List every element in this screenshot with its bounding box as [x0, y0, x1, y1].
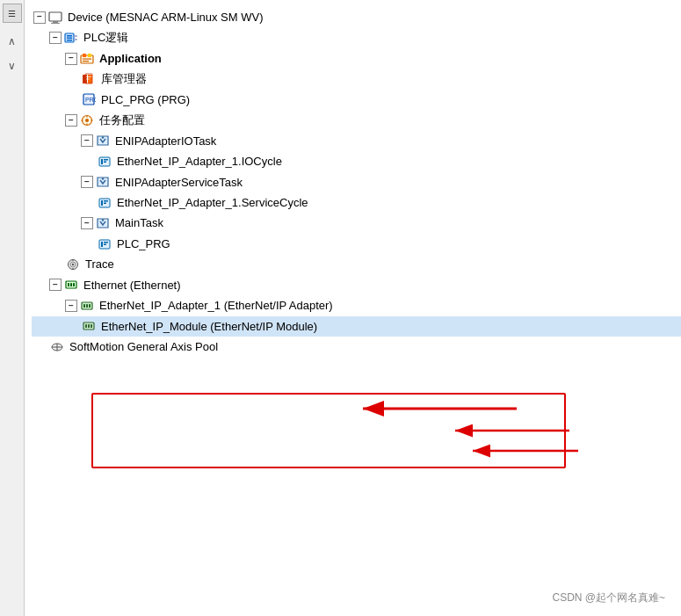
svg-point-22 — [85, 119, 89, 122]
svg-rect-57 — [89, 304, 91, 308]
enip-service-label: ENIPAdapterServiceTask — [115, 173, 243, 192]
svg-point-40 — [102, 219, 104, 221]
svg-rect-43 — [104, 242, 108, 243]
expander-plc[interactable] — [49, 32, 62, 44]
maintask-icon — [95, 216, 111, 230]
svg-rect-10 — [83, 54, 86, 57]
main-panel: Device (MESNAC ARM-Linux SM WV) PLC逻辑 — [25, 0, 681, 616]
svg-rect-56 — [86, 304, 88, 308]
svg-rect-12 — [83, 58, 91, 59]
tree-row-plc[interactable]: PLC逻辑 — [32, 27, 681, 47]
sidebar-arrow-down[interactable]: ∨ — [4, 58, 21, 74]
svg-rect-37 — [104, 200, 108, 202]
tree-row-service-cycle[interactable]: EtherNet_IP_Adapter_1.ServiceCycle — [32, 192, 681, 213]
tree-row-library[interactable]: 库管理器 — [32, 69, 681, 89]
expander-maintask[interactable] — [81, 217, 93, 229]
plc-label: PLC逻辑 — [83, 28, 128, 47]
enip-service-icon — [95, 175, 111, 189]
expander-ethernet[interactable] — [49, 279, 62, 291]
tree-row-adapter[interactable]: EtherNet_IP_Adapter_1 (EtherNet/IP Adapt… — [32, 295, 681, 315]
svg-text:PRG: PRG — [85, 97, 96, 103]
svg-rect-11 — [88, 54, 91, 57]
tree-row-module[interactable]: EtherNet_IP_Module (EtherNet/IP Module) — [32, 316, 681, 337]
tree-row-trace[interactable]: Trace — [32, 254, 681, 274]
svg-rect-1 — [53, 21, 58, 23]
sidebar: ☰ ∧ ∨ — [0, 0, 25, 616]
footer: CSDN @起个网名真难~ — [552, 591, 665, 605]
ethernet-icon — [63, 278, 79, 292]
service-cycle-icon — [97, 196, 112, 210]
svg-rect-38 — [104, 202, 106, 204]
tree-row-application[interactable]: Application — [32, 48, 681, 69]
library-icon — [81, 72, 97, 86]
softmotion-label: SoftMotion General Axis Pool — [69, 337, 218, 356]
svg-rect-18 — [86, 79, 90, 80]
expander-adapter[interactable] — [65, 300, 77, 312]
library-label: 库管理器 — [101, 69, 147, 88]
service-cycle-label: EtherNet_IP_Adapter_1.ServiceCycle — [117, 193, 308, 212]
expander-taskconfig[interactable] — [65, 114, 77, 127]
sidebar-icon-1: ☰ — [8, 9, 16, 18]
svg-rect-55 — [83, 304, 85, 308]
svg-rect-6 — [67, 40, 72, 41]
io-cycle-icon — [97, 155, 112, 169]
plcprg2-icon — [97, 237, 112, 251]
svg-rect-4 — [67, 35, 72, 37]
enip-io-label: ENIPAdapterIOTask — [115, 132, 216, 150]
tree-row-taskconfig[interactable]: 任务配置 — [32, 110, 681, 130]
svg-rect-53 — [73, 283, 75, 286]
svg-rect-0 — [49, 12, 62, 21]
svg-rect-60 — [88, 324, 90, 328]
svg-rect-44 — [104, 243, 106, 245]
tree-view: Device (MESNAC ARM-Linux SM WV) PLC逻辑 — [32, 7, 681, 357]
svg-rect-8 — [74, 39, 77, 40]
tree-row-io-cycle[interactable]: EtherNet_IP_Adapter_1.IOCycle — [32, 151, 681, 171]
svg-rect-42 — [101, 242, 103, 247]
svg-rect-31 — [104, 159, 108, 161]
adapter-label: EtherNet_IP_Adapter_1 (EtherNet/IP Adapt… — [99, 296, 333, 315]
device-icon — [47, 11, 63, 25]
arrow-up-icon: ∧ — [8, 35, 16, 47]
module-icon — [81, 319, 97, 333]
trace-label: Trace — [85, 255, 114, 273]
expander-application[interactable] — [65, 53, 77, 65]
svg-rect-51 — [68, 283, 69, 286]
tree-row-plcprg[interactable]: PRG PLC_PRG (PRG) — [32, 90, 681, 110]
ethernet-label: Ethernet (Ethernet) — [83, 276, 181, 294]
svg-point-47 — [72, 264, 74, 265]
tree-row-maintask[interactable]: MainTask — [32, 213, 681, 233]
expander-enip-service[interactable] — [81, 176, 93, 188]
sidebar-button-1[interactable]: ☰ — [3, 4, 22, 23]
tree-row-enip-service[interactable]: ENIPAdapterServiceTask — [32, 172, 681, 192]
adapter-icon — [79, 299, 95, 313]
tree-row-enip-io[interactable]: ENIPAdapterIOTask — [32, 131, 681, 151]
svg-rect-13 — [83, 61, 89, 62]
plcprg2-label: PLC_PRG — [117, 235, 170, 253]
taskconfig-label: 任务配置 — [99, 111, 145, 129]
tree-row-softmotion[interactable]: SoftMotion General Axis Pool — [32, 337, 681, 357]
enip-io-icon — [95, 134, 111, 148]
highlight-box — [91, 393, 566, 468]
application-icon — [79, 52, 95, 66]
sidebar-arrow-up[interactable]: ∧ — [4, 33, 21, 49]
expander-enip-io[interactable] — [81, 134, 93, 147]
svg-point-28 — [102, 137, 104, 139]
svg-rect-2 — [51, 23, 60, 24]
tree-row-plcprg2[interactable]: PLC_PRG — [32, 234, 681, 254]
svg-rect-52 — [70, 283, 72, 286]
svg-rect-61 — [91, 324, 92, 328]
svg-rect-30 — [101, 159, 103, 164]
svg-rect-17 — [86, 76, 91, 77]
tree-row-device[interactable]: Device (MESNAC ARM-Linux SM WV) — [32, 7, 681, 27]
device-label: Device (MESNAC ARM-Linux SM WV) — [68, 8, 263, 26]
footer-text: CSDN @起个网名真难~ — [552, 591, 665, 604]
plcprg-label: PLC_PRG (PRG) — [101, 91, 190, 109]
svg-point-34 — [102, 178, 104, 180]
softmotion-icon — [49, 340, 65, 354]
expander-device[interactable] — [33, 11, 46, 24]
tree-row-ethernet[interactable]: Ethernet (Ethernet) — [32, 275, 681, 295]
svg-rect-7 — [74, 35, 77, 37]
svg-rect-59 — [85, 324, 87, 328]
trace-icon — [65, 257, 81, 272]
taskconfig-icon — [79, 113, 95, 127]
